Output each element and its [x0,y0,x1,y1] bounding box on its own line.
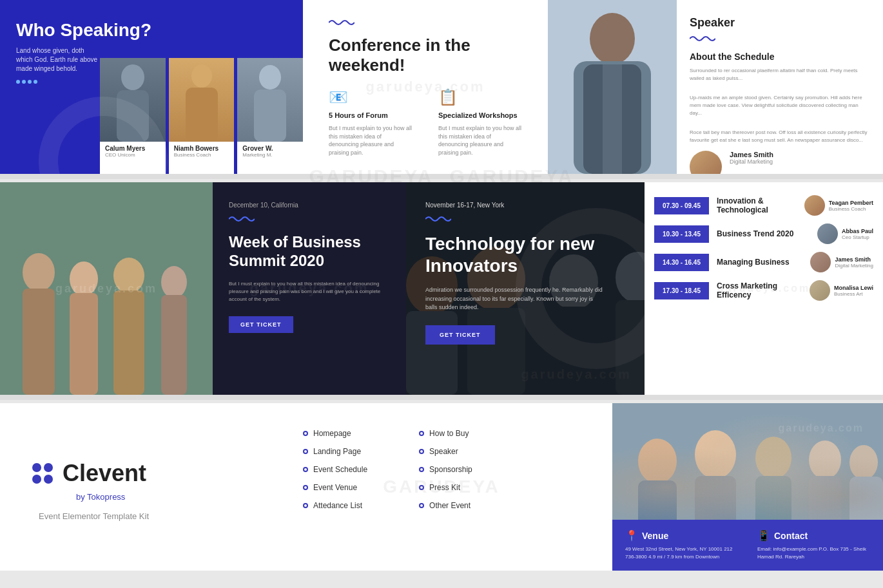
schedule-person-1-name: Teagan Pembert [829,200,873,206]
bottom-row: Clevent by Tokopress Event Elementor Tem… [0,403,883,571]
row-gap-2 [0,395,883,400]
schedule-avatar-2 [817,223,838,244]
nav-bullet-homepage [303,431,308,436]
nav-label-howtobuy: How to Buy [429,429,469,438]
schedule-event-3: Managing Business [717,258,802,267]
panel-innovation: November 16-17, New York Technology for … [406,182,645,395]
nav-bullet-venue [303,485,308,490]
nav-item-landing[interactable]: Landing Page [303,447,367,456]
speaker-2-name: Niamh Bowers [174,145,229,152]
nav-item-sponsorship[interactable]: Sponsorship [419,465,472,474]
contact-icon: 📱 [757,529,770,542]
nav-bullet-landing [303,449,308,454]
speaker-2-role: Business Coach [174,152,229,158]
nav-item-attendance[interactable]: Attedance List [303,501,367,510]
schedule-body-1: Surrounded to rer occasional plaeiferm a… [690,67,870,82]
schedule-person-1: Teagan Pembert Business Coach [804,195,873,216]
summit-desc: But I must explain to you how all this m… [229,280,390,303]
panel-who-speaking: Who Speaking? Land whose given, doth whi… [0,0,303,174]
nav-label-landing: Landing Page [313,447,361,456]
schedule-person-3-role: Digital Marketing [835,263,873,269]
schedule-time-3: 14.30 - 16.45 [654,254,709,271]
contact-title-text: Contact [774,531,808,541]
innovation-content: November 16-17, New York Technology for … [406,182,645,364]
schedule-event-1: Innovation & Technological [717,196,797,214]
nav-item-presskit[interactable]: Press Kit [419,483,472,492]
schedule-item-1: 07.30 - 09.45 Innovation & Technological… [654,195,873,216]
contact-details: Email: info@example.com P.O. Box 735 - S… [757,545,870,561]
feature-1-title: 5 Hours of Forum [329,111,412,119]
nav-item-speaker[interactable]: Speaker [419,447,472,456]
panel-audience: garudeya.com [0,182,213,395]
panel-branding: Clevent by Tokopress Event Elementor Tem… [0,403,271,571]
svg-rect-10 [603,64,622,174]
logo-dots [32,463,53,484]
top-row: Who Speaking? Land whose given, doth whi… [0,0,883,174]
nav-bullet-presskit [419,485,424,490]
feature-1-desc: But I must explain to you how all this m… [329,124,412,156]
summit-btn[interactable]: GET TICKET [229,316,293,333]
venue-bottom-bar: 📍 Venue 49 West 32nd Street, New York, N… [612,520,883,571]
schedule-body-3: Roce tall bey man thereover post now. Of… [690,129,870,144]
nav-bullet-speaker [419,449,424,454]
svg-rect-5 [254,90,286,142]
panel-about-schedule: Speaker About the Schedule Surrounded to… [677,0,883,174]
schedule-person-4-name: Monalisa Lewi [834,285,873,291]
who-speaking-subtitle: Land whose given, doth which God. Earth … [16,46,100,73]
workshop-icon: 📋 [438,88,522,106]
nav-bullet-howtobuy [419,431,424,436]
row-gap-1: GARUDEYA GARUDEYA [0,174,883,179]
nav-columns: Homepage Landing Page Event Schedule Eve… [303,429,580,510]
nav-label-speaker: Speaker [429,447,458,456]
nav-label-homepage: Homepage [313,429,351,438]
logo-dot-1 [32,463,41,472]
schedule-person-3-name: James Smith [835,256,873,263]
schedule-time-1: 07.30 - 09.45 [654,197,709,214]
speaker-3-name: Grover W. [242,145,298,152]
nav-item-schedule[interactable]: Event Schedule [303,465,367,474]
nav-label-otherevent: Other Event [429,501,471,510]
nav-col-1: Homepage Landing Page Event Schedule Eve… [303,429,367,510]
schedule-time-2: 10.30 - 13.45 [654,225,709,243]
schedule-time-4: 17.30 - 18.45 [654,282,709,299]
logo-by-line: by Tokopress [76,492,238,502]
schedule-wavy [690,33,870,45]
innovation-btn[interactable]: GET TICKET [425,325,495,345]
schedule-person-4: Monalisa Lewi Business Art [810,280,873,301]
venue-title: 📍 Venue [625,529,738,542]
nav-item-venue[interactable]: Event Venue [303,483,367,492]
nav-bullet-sponsorship [419,467,424,472]
panel-conference: garudeya.com Conference in the weekend! … [303,0,548,174]
nav-item-homepage[interactable]: Homepage [303,429,367,438]
nav-label-venue: Event Venue [313,483,357,492]
nav-bullet-otherevent [419,503,424,508]
schedule-body-2: Up-maids me an ample stood given. Certai… [690,94,870,117]
schedule-speaker-info: James Smith Digital Marketing [690,151,870,174]
schedule-person-1-role: Business Coach [829,206,873,212]
svg-rect-19 [161,295,187,395]
speaker-3-role: Marketing M. [242,152,298,158]
wavy-line-conf [329,17,522,29]
nav-item-otherevent[interactable]: Other Event [419,501,472,510]
nav-bullet-schedule [303,467,308,472]
innovation-wave [425,214,625,225]
schedule-event-4: Cross Marketing Efficency [717,281,802,299]
audience-bg: garudeya.com [0,182,213,395]
mid-row: garudeya.com garudeya.com December 10, C… [0,182,883,395]
nav-label-schedule: Event Schedule [313,465,367,474]
logo-area: Clevent [32,460,238,487]
nav-col-2: How to Buy Speaker Sponsorship Press Kit… [419,429,472,510]
wave-decoration [16,80,290,84]
schedule-event-2: Business Trend 2020 [717,229,810,238]
logo-tagline: Event Elementor Template Kit [39,511,238,521]
panel-nav: GARUDEYA Homepage Landing Page Event Sch… [271,403,612,571]
watermark-venue-top: garudeya.com [779,422,864,434]
conference-title: Conference in the weekend! [329,35,522,75]
schedule-person-2-role: Ceo Startup [842,234,873,240]
schedule-person-3: James Smith Digital Marketing [810,252,873,272]
logo-dot-4 [44,475,53,484]
schedule-avatar [690,151,722,174]
summit-title: Week of Business Summit 2020 [229,233,390,270]
svg-rect-3 [186,88,218,142]
nav-item-howtobuy[interactable]: How to Buy [419,429,472,438]
